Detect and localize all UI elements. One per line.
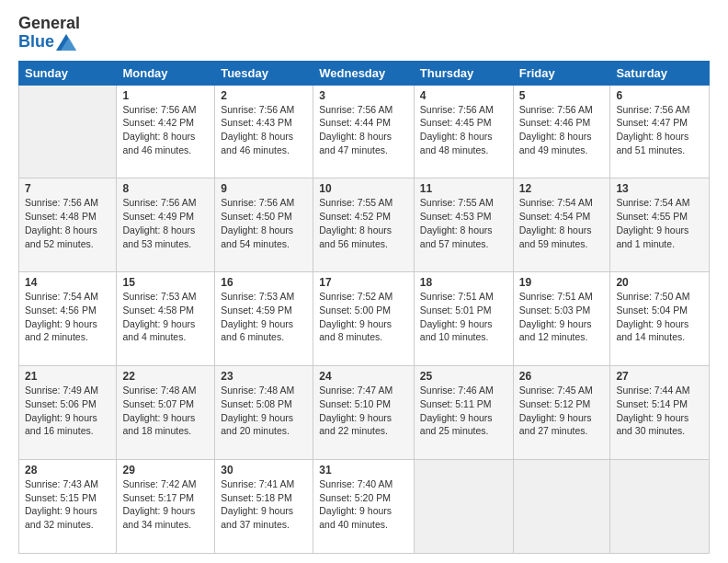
calendar-cell: 11Sunrise: 7:55 AMSunset: 4:53 PMDayligh… — [414, 178, 513, 272]
day-number: 9 — [221, 182, 307, 195]
day-number: 3 — [319, 89, 408, 102]
day-info: Sunrise: 7:56 AMSunset: 4:45 PMDaylight:… — [420, 103, 507, 157]
calendar-cell: 28Sunrise: 7:43 AMSunset: 5:15 PMDayligh… — [19, 460, 117, 554]
header-wednesday: Wednesday — [313, 61, 415, 85]
day-number: 27 — [616, 370, 703, 383]
day-info: Sunrise: 7:56 AMSunset: 4:43 PMDaylight:… — [221, 103, 307, 157]
day-number: 13 — [616, 182, 703, 195]
day-number: 30 — [221, 464, 307, 477]
day-number: 23 — [221, 370, 307, 383]
calendar-page: General Blue SundayMondayTuesdayWednesda… — [0, 0, 728, 563]
day-info: Sunrise: 7:56 AMSunset: 4:50 PMDaylight:… — [221, 196, 307, 250]
day-number: 12 — [519, 182, 605, 195]
day-info: Sunrise: 7:53 AMSunset: 4:59 PMDaylight:… — [221, 290, 307, 344]
calendar-cell: 22Sunrise: 7:48 AMSunset: 5:07 PMDayligh… — [117, 366, 215, 460]
day-info: Sunrise: 7:48 AMSunset: 5:07 PMDaylight:… — [122, 384, 209, 438]
calendar-cell: 20Sunrise: 7:50 AMSunset: 5:04 PMDayligh… — [610, 272, 710, 366]
calendar-cell: 12Sunrise: 7:54 AMSunset: 4:54 PMDayligh… — [513, 178, 610, 272]
day-number: 15 — [122, 276, 209, 289]
calendar-cell: 17Sunrise: 7:52 AMSunset: 5:00 PMDayligh… — [313, 272, 415, 366]
day-number: 14 — [25, 276, 110, 289]
day-number: 20 — [616, 276, 703, 289]
day-number: 11 — [420, 182, 507, 195]
week-row-1: 1Sunrise: 7:56 AMSunset: 4:42 PMDaylight… — [19, 85, 710, 178]
calendar-cell: 5Sunrise: 7:56 AMSunset: 4:46 PMDaylight… — [513, 85, 610, 178]
calendar-cell: 23Sunrise: 7:48 AMSunset: 5:08 PMDayligh… — [215, 366, 313, 460]
day-number: 29 — [122, 464, 209, 477]
day-info: Sunrise: 7:56 AMSunset: 4:48 PMDaylight:… — [25, 196, 110, 250]
day-number: 19 — [519, 276, 605, 289]
calendar-cell: 29Sunrise: 7:42 AMSunset: 5:17 PMDayligh… — [117, 460, 215, 554]
calendar-cell: 8Sunrise: 7:56 AMSunset: 4:49 PMDaylight… — [117, 178, 215, 272]
calendar-cell: 1Sunrise: 7:56 AMSunset: 4:42 PMDaylight… — [117, 85, 215, 178]
calendar-cell: 25Sunrise: 7:46 AMSunset: 5:11 PMDayligh… — [414, 366, 513, 460]
day-number: 5 — [519, 89, 605, 102]
calendar-cell: 19Sunrise: 7:51 AMSunset: 5:03 PMDayligh… — [513, 272, 610, 366]
week-row-5: 28Sunrise: 7:43 AMSunset: 5:15 PMDayligh… — [19, 460, 710, 554]
day-number: 4 — [420, 89, 507, 102]
day-number: 10 — [319, 182, 408, 195]
calendar-header-row: SundayMondayTuesdayWednesdayThursdayFrid… — [19, 61, 710, 85]
header-friday: Friday — [513, 61, 610, 85]
day-number: 7 — [25, 182, 110, 195]
day-number: 24 — [319, 370, 408, 383]
logo-blue: Blue — [18, 33, 54, 52]
day-info: Sunrise: 7:56 AMSunset: 4:49 PMDaylight:… — [122, 196, 209, 250]
day-number: 21 — [25, 370, 110, 383]
day-info: Sunrise: 7:54 AMSunset: 4:55 PMDaylight:… — [616, 196, 703, 250]
day-info: Sunrise: 7:56 AMSunset: 4:44 PMDaylight:… — [319, 103, 408, 157]
day-info: Sunrise: 7:55 AMSunset: 4:52 PMDaylight:… — [319, 196, 408, 250]
calendar-cell: 13Sunrise: 7:54 AMSunset: 4:55 PMDayligh… — [610, 178, 710, 272]
day-number: 18 — [420, 276, 507, 289]
logo: General Blue — [18, 15, 80, 52]
week-row-4: 21Sunrise: 7:49 AMSunset: 5:06 PMDayligh… — [19, 366, 710, 460]
calendar-cell: 21Sunrise: 7:49 AMSunset: 5:06 PMDayligh… — [19, 366, 117, 460]
day-info: Sunrise: 7:55 AMSunset: 4:53 PMDaylight:… — [420, 196, 507, 250]
calendar-cell — [19, 85, 117, 178]
calendar-cell: 15Sunrise: 7:53 AMSunset: 4:58 PMDayligh… — [117, 272, 215, 366]
calendar-cell — [414, 460, 513, 554]
day-info: Sunrise: 7:56 AMSunset: 4:47 PMDaylight:… — [616, 103, 703, 157]
header-tuesday: Tuesday — [215, 61, 313, 85]
calendar-cell: 16Sunrise: 7:53 AMSunset: 4:59 PMDayligh… — [215, 272, 313, 366]
day-number: 1 — [122, 89, 209, 102]
header-saturday: Saturday — [610, 61, 710, 85]
day-info: Sunrise: 7:52 AMSunset: 5:00 PMDaylight:… — [319, 290, 408, 344]
day-number: 25 — [420, 370, 507, 383]
day-info: Sunrise: 7:54 AMSunset: 4:56 PMDaylight:… — [25, 290, 110, 344]
calendar-cell: 14Sunrise: 7:54 AMSunset: 4:56 PMDayligh… — [19, 272, 117, 366]
calendar-cell: 26Sunrise: 7:45 AMSunset: 5:12 PMDayligh… — [513, 366, 610, 460]
header-thursday: Thursday — [414, 61, 513, 85]
calendar-cell: 2Sunrise: 7:56 AMSunset: 4:43 PMDaylight… — [215, 85, 313, 178]
day-info: Sunrise: 7:41 AMSunset: 5:18 PMDaylight:… — [221, 477, 307, 532]
day-info: Sunrise: 7:46 AMSunset: 5:11 PMDaylight:… — [420, 384, 507, 438]
day-info: Sunrise: 7:44 AMSunset: 5:14 PMDaylight:… — [616, 384, 703, 438]
day-number: 22 — [122, 370, 209, 383]
day-info: Sunrise: 7:50 AMSunset: 5:04 PMDaylight:… — [616, 290, 703, 344]
day-info: Sunrise: 7:49 AMSunset: 5:06 PMDaylight:… — [25, 384, 110, 438]
day-number: 8 — [122, 182, 209, 195]
day-info: Sunrise: 7:40 AMSunset: 5:20 PMDaylight:… — [319, 477, 408, 532]
calendar-cell — [610, 460, 710, 554]
calendar-cell: 30Sunrise: 7:41 AMSunset: 5:18 PMDayligh… — [215, 460, 313, 554]
day-info: Sunrise: 7:54 AMSunset: 4:54 PMDaylight:… — [519, 196, 605, 250]
day-info: Sunrise: 7:51 AMSunset: 5:03 PMDaylight:… — [519, 290, 605, 344]
header: General Blue — [18, 15, 710, 52]
calendar-cell: 31Sunrise: 7:40 AMSunset: 5:20 PMDayligh… — [313, 460, 415, 554]
day-info: Sunrise: 7:53 AMSunset: 4:58 PMDaylight:… — [122, 290, 209, 344]
header-sunday: Sunday — [19, 61, 117, 85]
day-info: Sunrise: 7:56 AMSunset: 4:42 PMDaylight:… — [122, 103, 209, 157]
day-info: Sunrise: 7:56 AMSunset: 4:46 PMDaylight:… — [519, 103, 605, 157]
calendar-table: SundayMondayTuesdayWednesdayThursdayFrid… — [18, 61, 710, 554]
day-info: Sunrise: 7:47 AMSunset: 5:10 PMDaylight:… — [319, 384, 408, 438]
calendar-cell: 18Sunrise: 7:51 AMSunset: 5:01 PMDayligh… — [414, 272, 513, 366]
logo-general: General — [18, 15, 80, 33]
week-row-2: 7Sunrise: 7:56 AMSunset: 4:48 PMDaylight… — [19, 178, 710, 272]
calendar-cell — [513, 460, 610, 554]
calendar-cell: 9Sunrise: 7:56 AMSunset: 4:50 PMDaylight… — [215, 178, 313, 272]
day-number: 31 — [319, 464, 408, 477]
day-number: 26 — [519, 370, 605, 383]
calendar-cell: 6Sunrise: 7:56 AMSunset: 4:47 PMDaylight… — [610, 85, 710, 178]
day-info: Sunrise: 7:48 AMSunset: 5:08 PMDaylight:… — [221, 384, 307, 438]
calendar-cell: 10Sunrise: 7:55 AMSunset: 4:52 PMDayligh… — [313, 178, 415, 272]
